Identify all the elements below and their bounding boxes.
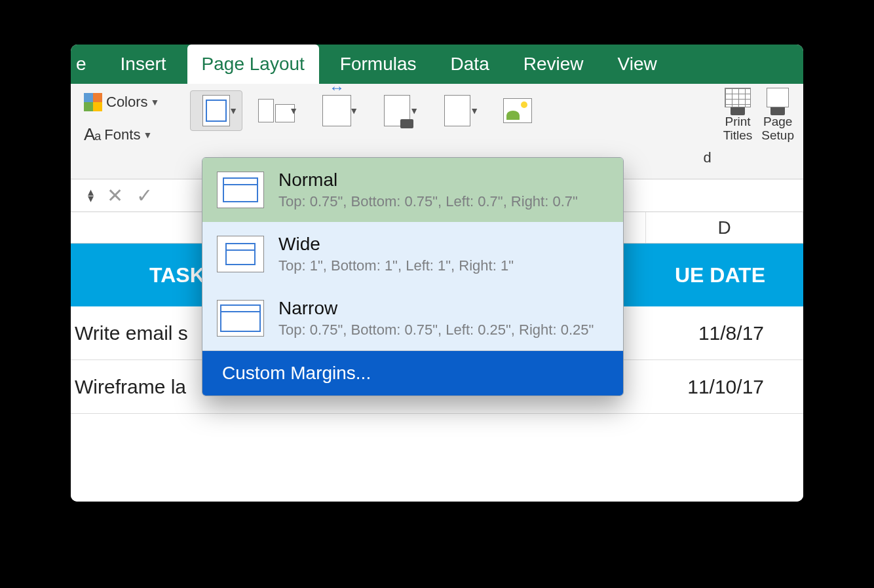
chevron-down-icon: ▼ [151, 97, 160, 107]
breaks-icon [444, 95, 470, 126]
margins-option-normal[interactable]: Normal Top: 0.75", Bottom: 0.75", Left: … [202, 158, 623, 222]
orientation-button[interactable]: ▼ [250, 90, 303, 131]
tab-data[interactable]: Data [434, 45, 506, 84]
margins-option-wide[interactable]: Wide Top: 1", Bottom: 1", Left: 1", Righ… [202, 222, 623, 286]
option-subtitle: Top: 1", Bottom: 1", Left: 1", Right: 1" [278, 257, 514, 274]
margins-icon [202, 95, 230, 126]
themes-group: Colors ▼ Aa Fonts ▼ [84, 84, 190, 179]
name-box-stepper[interactable]: ▴▾ [88, 189, 94, 202]
cell-due: 11/10/17 [687, 376, 803, 398]
option-title: Wide [278, 234, 514, 255]
excel-window: e Insert Page Layout Formulas Data Revie… [71, 45, 803, 502]
colors-icon [84, 93, 102, 111]
background-icon [503, 98, 532, 123]
margins-narrow-icon [217, 300, 264, 337]
tab-home-partial[interactable]: e [71, 45, 104, 84]
colors-dropdown[interactable]: Colors ▼ [84, 93, 190, 111]
breaks-button[interactable]: ▼ [431, 90, 484, 131]
cell-task: Write email s [71, 322, 188, 344]
enter-icon[interactable]: ✓ [136, 184, 153, 207]
margins-button[interactable]: ▼ [190, 90, 242, 131]
tab-page-layout[interactable]: Page Layout [187, 45, 319, 84]
print-titles-icon [725, 88, 751, 115]
column-header-d[interactable]: D [646, 212, 803, 243]
margins-normal-icon [217, 172, 264, 208]
option-subtitle: Top: 0.75", Bottom: 0.75", Left: 0.25", … [278, 322, 594, 339]
cancel-icon[interactable]: ✕ [107, 184, 123, 207]
margins-option-custom[interactable]: Custom Margins... [202, 351, 623, 395]
chevron-down-icon: ▼ [470, 105, 479, 116]
chevron-down-icon: ▼ [229, 105, 238, 116]
colors-label: Colors [106, 94, 148, 111]
tab-insert[interactable]: Insert [104, 45, 183, 84]
tab-formulas[interactable]: Formulas [323, 45, 434, 84]
ribbon-right-group: d Print Titles Page Setup [703, 84, 803, 179]
tab-view[interactable]: View [601, 45, 674, 84]
chevron-down-icon: ▼ [349, 105, 358, 116]
header-due-date: UE DATE [675, 263, 803, 287]
fonts-icon: Aa [84, 124, 100, 145]
option-title: Narrow [278, 298, 594, 319]
page-setup-button[interactable]: Page Setup [761, 84, 794, 179]
fonts-dropdown[interactable]: Aa Fonts ▼ [84, 124, 190, 145]
margins-option-narrow[interactable]: Narrow Top: 0.75", Bottom: 0.75", Left: … [202, 286, 623, 350]
chevron-down-icon: ▼ [289, 105, 298, 116]
tab-review[interactable]: Review [506, 45, 601, 84]
chevron-down-icon: ▼ [409, 105, 419, 116]
size-icon [322, 95, 351, 126]
truncated-label: d [703, 84, 713, 179]
margins-wide-icon [217, 236, 264, 272]
fonts-label: Fonts [104, 126, 140, 143]
option-title: Normal [278, 170, 578, 191]
print-area-icon [384, 95, 410, 126]
size-button[interactable]: ▼ [311, 90, 363, 131]
background-button[interactable] [491, 90, 544, 131]
page-setup-icon [767, 88, 789, 115]
cell-due: 11/8/17 [698, 322, 803, 344]
cell-task: Wireframe la [71, 376, 186, 398]
header-task: TASK [71, 263, 205, 287]
ribbon-tabs: e Insert Page Layout Formulas Data Revie… [71, 45, 803, 84]
print-titles-button[interactable]: Print Titles [723, 84, 753, 179]
print-area-button[interactable]: ▼ [371, 90, 423, 131]
chevron-down-icon: ▼ [143, 130, 152, 140]
option-subtitle: Top: 0.75", Bottom: 0.75", Left: 0.7", R… [278, 193, 578, 210]
margins-dropdown-menu: Normal Top: 0.75", Bottom: 0.75", Left: … [202, 157, 624, 396]
